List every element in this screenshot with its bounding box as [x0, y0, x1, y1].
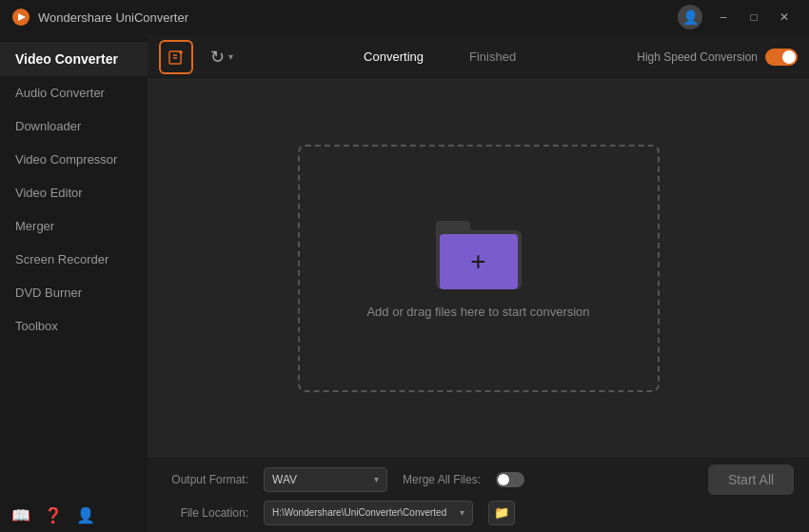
sidebar-item-audio-converter[interactable]: Audio Converter — [0, 76, 148, 109]
main-layout: Video Converter Audio Converter Download… — [0, 34, 809, 532]
file-location-value: H:\Wondershare\UniConverter\Converted — [272, 507, 446, 518]
user-avatar[interactable]: 👤 — [678, 5, 702, 30]
format-value: WAV — [272, 473, 297, 486]
sidebar-item-screen-recorder[interactable]: Screen Recorder — [0, 243, 148, 276]
output-format-label: Output Format: — [163, 473, 248, 486]
output-format-select[interactable]: WAV ▾ — [264, 467, 387, 492]
app-logo — [11, 8, 30, 27]
bottom-row-location: File Location: H:\Wondershare\UniConvert… — [163, 501, 794, 525]
sidebar-item-video-editor[interactable]: Video Editor — [0, 176, 148, 209]
tab-bar: Converting Finished — [250, 44, 629, 69]
drop-zone-container: + Add or drag files here to start conver… — [148, 80, 809, 456]
chevron-down-icon: ▾ — [228, 51, 233, 62]
high-speed-area: High Speed Conversion — [637, 49, 798, 66]
rotate-button[interactable]: ↻ ▾ — [201, 42, 243, 72]
toolbar: ↻ ▾ Converting Finished High Speed Conve… — [148, 34, 809, 80]
high-speed-toggle[interactable] — [765, 49, 798, 66]
account-icon[interactable]: 👤 — [76, 506, 95, 524]
drop-zone-text: Add or drag files here to start conversi… — [366, 305, 589, 319]
file-location-label: File Location: — [163, 506, 248, 520]
sidebar-bottom-controls: 📖 ❓ 👤 — [0, 499, 148, 532]
file-location-select[interactable]: H:\Wondershare\UniConverter\Converted ▾ — [264, 501, 473, 525]
sidebar-item-downloader[interactable]: Downloader — [0, 109, 148, 143]
tab-converting[interactable]: Converting — [341, 44, 446, 69]
bottom-row-format: Output Format: WAV ▾ Merge All Files: St… — [163, 464, 794, 495]
maximize-button[interactable]: □ — [740, 7, 767, 28]
toggle-knob — [782, 50, 796, 64]
select-arrow-icon: ▾ — [374, 474, 379, 484]
sidebar-item-video-compressor[interactable]: Video Compressor — [0, 143, 148, 176]
high-speed-label: High Speed Conversion — [637, 50, 758, 64]
merge-all-label: Merge All Files: — [403, 473, 481, 486]
bottom-bar: Output Format: WAV ▾ Merge All Files: St… — [148, 456, 809, 532]
browse-folder-button[interactable]: 📁 — [488, 501, 515, 525]
folder-front: + — [440, 234, 518, 289]
minimize-button[interactable]: – — [710, 7, 737, 28]
content-area: ↻ ▾ Converting Finished High Speed Conve… — [148, 34, 809, 532]
merge-files-toggle[interactable] — [496, 472, 524, 487]
plus-icon: + — [470, 248, 485, 275]
sidebar-item-toolbox[interactable]: Toolbox — [0, 309, 148, 343]
book-icon[interactable]: 📖 — [11, 506, 30, 524]
close-button[interactable]: ✕ — [771, 7, 798, 28]
start-all-button[interactable]: Start All — [708, 464, 794, 495]
app-title: Wondershare UniConverter — [38, 10, 678, 25]
tab-finished[interactable]: Finished — [446, 44, 539, 69]
help-icon[interactable]: ❓ — [44, 506, 63, 524]
window-controls: – □ ✕ — [710, 7, 798, 28]
sidebar-item-dvd-burner[interactable]: DVD Burner — [0, 276, 148, 309]
toggle-off-knob — [498, 474, 509, 485]
add-files-button[interactable] — [159, 40, 193, 74]
title-bar: Wondershare UniConverter 👤 – □ ✕ — [0, 0, 809, 34]
sidebar-item-video-converter[interactable]: Video Converter — [0, 42, 148, 76]
sidebar: Video Converter Audio Converter Download… — [0, 34, 148, 532]
folder-open-icon: 📁 — [494, 505, 509, 520]
sidebar-nav: Video Converter Audio Converter Download… — [0, 34, 148, 346]
folder-icon: + — [436, 218, 522, 289]
sidebar-item-merger[interactable]: Merger — [0, 209, 148, 243]
select-arrow-icon2: ▾ — [460, 507, 464, 518]
rotate-icon: ↻ — [210, 47, 225, 68]
drop-zone[interactable]: + Add or drag files here to start conver… — [298, 145, 660, 392]
